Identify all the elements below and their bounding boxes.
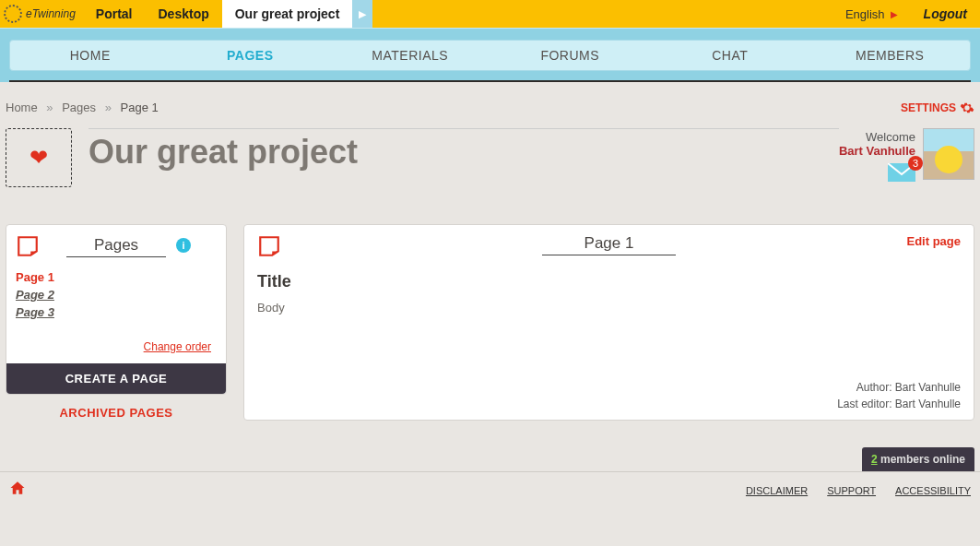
members-online[interactable]: 2 members online (862, 447, 974, 471)
content-heading: Page 1 (542, 234, 677, 255)
create-page-button[interactable]: CREATE A PAGE (6, 363, 226, 394)
heart-icon: ❤ (30, 145, 48, 171)
nav-materials[interactable]: MATERIALS (330, 41, 490, 70)
logo-icon (4, 5, 22, 23)
crumb-home[interactable]: Home (6, 101, 38, 114)
welcome-label: Welcome (839, 130, 915, 144)
page-icon (16, 234, 40, 262)
change-order-link[interactable]: Change order (144, 340, 211, 353)
mail-icon (888, 171, 915, 184)
mail-count-badge: 3 (908, 156, 923, 171)
footer: 2 members online DISCLAIMER SUPPORT ACCE… (0, 447, 980, 510)
crumb-pages[interactable]: Pages (62, 101, 96, 114)
top-bar: eTwinning Portal Desktop Our great proje… (0, 0, 980, 28)
content-panel: Page 1 Edit page Title Body Author: Bart… (243, 224, 974, 421)
archived-pages-link[interactable]: ARCHIVED PAGES (6, 395, 227, 431)
settings-label: SETTINGS (901, 101, 956, 114)
pages-panel: Pages i Page 1 Page 2 Page 3 Change orde… (6, 224, 227, 395)
crumb-current: Page 1 (121, 101, 159, 114)
page-link-2[interactable]: Page 2 (16, 288, 217, 302)
content-title: Title (257, 272, 961, 291)
online-label: members online (878, 453, 965, 466)
pages-heading: Pages (66, 236, 166, 257)
topnav-dropdown-arrow-icon[interactable]: ▶ (352, 0, 372, 28)
project-title: Our great project (89, 128, 839, 172)
author-line: Author: Bart Vanhulle (257, 379, 961, 396)
project-image-placeholder[interactable]: ❤ (6, 128, 72, 187)
brand-text: eTwinning (26, 7, 76, 20)
footer-disclaimer[interactable]: DISCLAIMER (746, 485, 808, 496)
topnav-desktop[interactable]: Desktop (146, 0, 222, 28)
avatar[interactable] (923, 128, 974, 180)
main-nav: HOME PAGES MATERIALS FORUMS CHAT MEMBERS (9, 40, 971, 71)
info-icon[interactable]: i (176, 238, 191, 253)
editor-line: Last editor: Bart Vanhulle (257, 396, 961, 412)
triangle-right-icon: ▶ (891, 9, 898, 19)
main-nav-band: HOME PAGES MATERIALS FORUMS CHAT MEMBERS (0, 28, 980, 82)
nav-members[interactable]: MEMBERS (810, 41, 971, 70)
footer-support[interactable]: SUPPORT (827, 485, 876, 496)
home-icon[interactable] (9, 480, 26, 501)
brand-logo[interactable]: eTwinning (0, 0, 83, 28)
nav-forums[interactable]: FORUMS (490, 41, 651, 70)
page-link-1[interactable]: Page 1 (16, 270, 217, 284)
breadcrumb: Home » Pages » Page 1 (6, 101, 159, 115)
logout-link[interactable]: Logout (911, 0, 980, 28)
content-body: Body (257, 301, 961, 315)
language-selector[interactable]: English ▶ (832, 0, 911, 28)
topnav-portal[interactable]: Portal (83, 0, 146, 28)
user-name[interactable]: Bart Vanhulle (839, 144, 915, 158)
language-label: English (845, 7, 885, 21)
edit-page-link[interactable]: Edit page (906, 234, 961, 248)
topnav-project[interactable]: Our great project (222, 0, 353, 28)
footer-accessibility[interactable]: ACCESSIBILITY (895, 485, 971, 496)
mailbox[interactable]: 3 (888, 163, 915, 184)
nav-home[interactable]: HOME (10, 41, 171, 70)
nav-pages[interactable]: PAGES (171, 41, 331, 70)
gear-icon (960, 101, 974, 115)
page-icon (257, 234, 281, 262)
nav-chat[interactable]: CHAT (650, 41, 810, 70)
page-link-3[interactable]: Page 3 (16, 305, 217, 319)
user-box: Welcome Bart Vanhulle 3 (839, 128, 974, 184)
settings-link[interactable]: SETTINGS (901, 101, 974, 115)
online-count: 2 (871, 453, 878, 466)
